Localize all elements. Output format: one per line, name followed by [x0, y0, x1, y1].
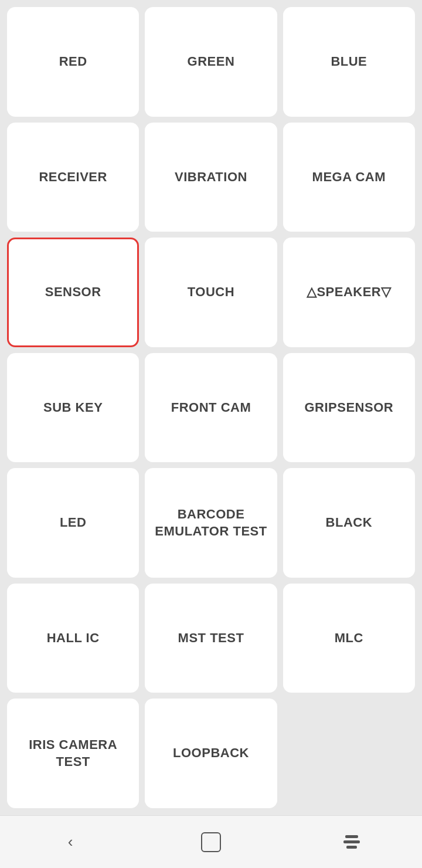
- back-icon: ‹: [68, 833, 73, 851]
- grid-cell-label-mlc: MLC: [335, 630, 363, 647]
- grid-cell-blue[interactable]: BLUE: [283, 7, 415, 117]
- back-button[interactable]: ‹: [53, 825, 88, 860]
- grid-cell-label-gripsensor: GRIPSENSOR: [304, 399, 393, 416]
- grid-cell-label-sensor: SENSOR: [45, 284, 101, 301]
- grid-cell-mst-test[interactable]: MST TEST: [145, 584, 277, 693]
- grid-cell-label-vibration: VIBRATION: [175, 169, 247, 186]
- grid-cell-label-mst-test: MST TEST: [178, 630, 244, 647]
- grid-cell-label-iris-camera-test: IRIS CAMERA TEST: [16, 737, 130, 770]
- grid-cell-speaker[interactable]: △SPEAKER▽: [283, 238, 415, 347]
- home-icon: [201, 832, 221, 852]
- grid-cell-label-front-cam: FRONT CAM: [171, 399, 251, 416]
- grid-cell-label-barcode-emulator-test: BARCODE EMULATOR TEST: [154, 506, 267, 540]
- grid-cell-green[interactable]: GREEN: [145, 7, 277, 117]
- home-button[interactable]: [193, 825, 229, 860]
- grid-cell-label-led: LED: [60, 514, 87, 531]
- grid-cell-label-speaker: △SPEAKER▽: [307, 284, 392, 301]
- grid-cell-label-green: GREEN: [188, 53, 235, 70]
- grid-cell-hall-ic[interactable]: HALL IC: [7, 584, 139, 693]
- grid-cell-touch[interactable]: TOUCH: [145, 238, 277, 347]
- navigation-bar: ‹: [0, 815, 422, 868]
- grid-cell-vibration[interactable]: VIBRATION: [145, 123, 277, 232]
- grid-cell-label-black: BLACK: [326, 514, 373, 531]
- grid-cell-gripsensor[interactable]: GRIPSENSOR: [283, 353, 415, 463]
- grid-cell-label-loopback: LOOPBACK: [173, 745, 249, 762]
- grid-cell-front-cam[interactable]: FRONT CAM: [145, 353, 277, 463]
- recents-button[interactable]: [334, 825, 369, 860]
- grid-cell-label-blue: BLUE: [331, 53, 367, 70]
- grid-cell-label-touch: TOUCH: [188, 284, 234, 301]
- grid-cell-loopback[interactable]: LOOPBACK: [145, 699, 277, 808]
- grid-cell-sensor[interactable]: SENSOR: [7, 238, 139, 347]
- grid-cell-mega-cam[interactable]: MEGA CAM: [283, 123, 415, 232]
- grid-cell-receiver[interactable]: RECEIVER: [7, 123, 139, 232]
- grid-cell-label-red: RED: [59, 53, 87, 70]
- grid-cell-iris-camera-test[interactable]: IRIS CAMERA TEST: [7, 699, 139, 808]
- grid-cell-black[interactable]: BLACK: [283, 468, 415, 578]
- recents-icon: [343, 835, 360, 849]
- grid-cell-sub-key[interactable]: SUB KEY: [7, 353, 139, 463]
- test-grid: REDGREENBLUERECEIVERVIBRATIONMEGA CAMSEN…: [0, 0, 422, 815]
- grid-cell-label-receiver: RECEIVER: [39, 169, 107, 186]
- grid-cell-label-mega-cam: MEGA CAM: [312, 169, 386, 186]
- grid-cell-label-sub-key: SUB KEY: [43, 399, 103, 416]
- grid-cell-barcode-emulator-test[interactable]: BARCODE EMULATOR TEST: [145, 468, 277, 578]
- grid-cell-red[interactable]: RED: [7, 7, 139, 117]
- grid-cell-mlc[interactable]: MLC: [283, 584, 415, 693]
- grid-cell-label-hall-ic: HALL IC: [47, 630, 100, 647]
- grid-cell-led[interactable]: LED: [7, 468, 139, 578]
